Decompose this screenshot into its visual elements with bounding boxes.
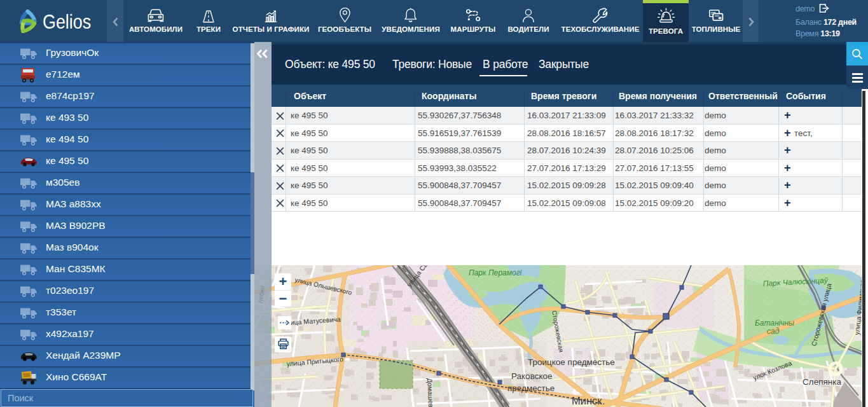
svg-text:Домашевск: Домашевск (426, 378, 436, 407)
svg-text:Минск: Минск (572, 395, 602, 406)
svg-text:Раковское: Раковское (511, 371, 552, 381)
svg-text:Троицкое предместье: Троицкое предместье (528, 357, 615, 367)
svg-text:Батанічны: Батанічны (755, 319, 794, 328)
svg-text:сад: сад (767, 327, 780, 336)
svg-text:Слепянка: Слепянка (803, 377, 841, 387)
svg-text:предместье: предместье (507, 383, 555, 393)
svg-text:Парк Перамогі: Парк Перамогі (469, 268, 522, 277)
